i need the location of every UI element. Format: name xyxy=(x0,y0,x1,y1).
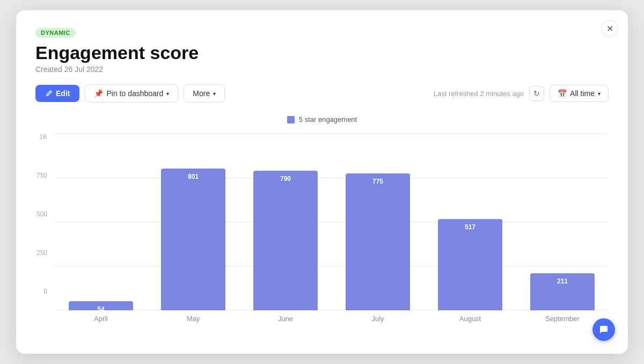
bar-group: 790 xyxy=(239,133,332,310)
page-title: Engagement score xyxy=(35,43,609,63)
support-button[interactable] xyxy=(592,318,615,341)
bar: 790 xyxy=(253,171,318,311)
y-label-1k: 1K xyxy=(35,133,47,141)
more-button[interactable]: More ▾ xyxy=(184,84,225,103)
y-label-250: 250 xyxy=(35,249,47,257)
pin-to-dashboard-button[interactable]: 📌 Pin to dashboard ▾ xyxy=(85,84,178,103)
chevron-down-icon: ▾ xyxy=(166,91,169,97)
bar-value-label: 517 xyxy=(465,223,475,231)
bar: 775 xyxy=(346,173,410,311)
bar-value-label: 790 xyxy=(280,175,291,183)
bar: 801 xyxy=(161,169,225,310)
x-axis-label: July xyxy=(332,310,424,323)
bar: 54 xyxy=(69,301,133,311)
last-refreshed-text: Last refreshed 2 minutes ago xyxy=(434,90,524,98)
bar-group: 517 xyxy=(424,133,516,310)
x-axis-label: May xyxy=(147,310,239,323)
calendar-icon: 📅 xyxy=(558,89,567,98)
chevron-down-icon: ▾ xyxy=(598,91,601,97)
x-axis-label: June xyxy=(239,310,332,323)
x-axis-row: AprilMayJuneJulyAugustSeptember xyxy=(35,310,609,323)
bar: 211 xyxy=(530,273,595,311)
close-button[interactable]: ✕ xyxy=(601,20,618,37)
bar-group: 54 xyxy=(55,133,147,310)
y-label-500: 500 xyxy=(35,210,47,218)
bar-group: 801 xyxy=(147,133,239,310)
y-axis: 0 250 500 750 1K xyxy=(35,133,55,310)
legend-color-swatch xyxy=(287,116,295,123)
x-labels: AprilMayJuneJulyAugustSeptember xyxy=(55,310,609,323)
bar-group: 211 xyxy=(516,133,609,310)
bars-container: 54801790775517211 xyxy=(55,133,609,310)
legend-label: 5 star engagement xyxy=(299,115,357,123)
bar-value-label: 211 xyxy=(557,278,568,285)
x-axis-label: August xyxy=(424,310,516,323)
chevron-down-icon: ▾ xyxy=(213,91,216,97)
all-time-button[interactable]: 📅 All time ▾ xyxy=(550,85,609,102)
chart-area: 5 star engagement 0 250 500 750 1K xyxy=(35,115,609,319)
edit-icon xyxy=(45,90,53,97)
y-label-0: 0 xyxy=(35,288,47,295)
chart-wrapper: 0 250 500 750 1K 54801790775517211 xyxy=(35,133,609,310)
bar-group: 775 xyxy=(332,133,424,310)
toolbar: Edit 📌 Pin to dashboard ▾ More ▾ Last re… xyxy=(35,84,609,103)
dynamic-badge: DYNAMIC xyxy=(35,28,76,38)
chat-icon xyxy=(598,324,609,335)
bar: 517 xyxy=(438,219,502,311)
bars-grid: 54801790775517211 xyxy=(55,133,609,310)
x-axis-label: September xyxy=(516,310,609,323)
pin-icon: 📌 xyxy=(94,89,103,98)
toolbar-right: Last refreshed 2 minutes ago ↻ 📅 All tim… xyxy=(434,85,609,102)
edit-button[interactable]: Edit xyxy=(35,85,79,102)
bar-value-label: 54 xyxy=(97,305,104,313)
bar-value-label: 775 xyxy=(372,178,383,185)
modal-container: ✕ DYNAMIC Engagement score Created 26 Ju… xyxy=(16,10,628,354)
refresh-button[interactable]: ↻ xyxy=(529,86,544,101)
bar-value-label: 801 xyxy=(188,173,199,180)
y-label-750: 750 xyxy=(35,172,47,179)
created-date: Created 26 Jul 2022 xyxy=(35,65,609,74)
chart-legend: 5 star engagement xyxy=(35,115,609,123)
